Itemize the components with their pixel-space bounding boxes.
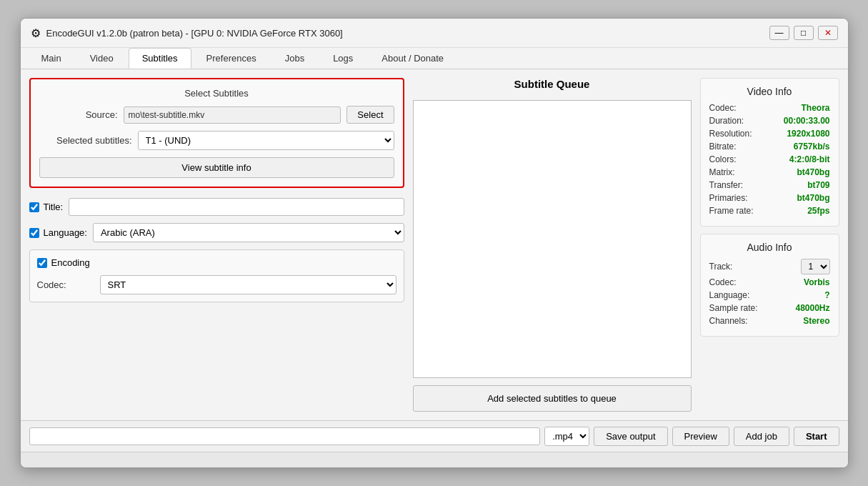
video-matrix-row: Matrix: bt470bg bbox=[709, 167, 830, 177]
source-row: Source: mo\test-subtitle.mkv Select bbox=[39, 106, 394, 124]
audio-channels-key: Channels: bbox=[709, 316, 748, 326]
audio-samplerate-key: Sample rate: bbox=[709, 303, 758, 313]
subtitle-queue-title: Subtitle Queue bbox=[413, 78, 692, 90]
language-checkbox[interactable] bbox=[29, 228, 39, 238]
footer-bar: .mp4 Save output Preview Add job Start bbox=[21, 420, 848, 452]
video-info-title: Video Info bbox=[709, 86, 830, 97]
audio-samplerate-val: 48000Hz bbox=[795, 303, 829, 313]
language-checkbox-label[interactable]: Language: bbox=[29, 227, 87, 238]
tab-logs[interactable]: Logs bbox=[319, 48, 366, 69]
video-bitrate-val: 6757kb/s bbox=[794, 142, 830, 152]
video-info-card: Video Info Codec: Theora Duration: 00:00… bbox=[700, 78, 839, 227]
audio-samplerate-row: Sample rate: 48000Hz bbox=[709, 303, 830, 313]
view-subtitle-info-button[interactable]: View subtitle info bbox=[39, 157, 394, 178]
video-transfer-val: bt709 bbox=[807, 180, 829, 190]
video-colors-key: Colors: bbox=[709, 154, 737, 164]
tab-preferences[interactable]: Preferences bbox=[193, 48, 270, 69]
tab-bar: Main Video Subtitles Preferences Jobs Lo… bbox=[21, 48, 848, 69]
video-codec-row: Codec: Theora bbox=[709, 103, 830, 113]
tab-video[interactable]: Video bbox=[76, 48, 127, 69]
output-path-input[interactable] bbox=[29, 427, 541, 445]
audio-track-row: Track: 1 bbox=[709, 259, 830, 274]
audio-codec-val: Vorbis bbox=[804, 277, 829, 287]
video-bitrate-row: Bitrate: 6757kb/s bbox=[709, 142, 830, 152]
codec-label: Codec: bbox=[37, 279, 94, 290]
subtitle-track-dropdown[interactable]: T1 - (UND) bbox=[138, 131, 394, 150]
video-colors-val: 4:2:0/8-bit bbox=[789, 154, 830, 164]
audio-language-key: Language: bbox=[709, 290, 750, 300]
language-dropdown[interactable]: Arabic (ARA) bbox=[93, 223, 404, 242]
right-panel: Video Info Codec: Theora Duration: 00:00… bbox=[700, 78, 839, 412]
selected-subtitles-label: Selected subtitles: bbox=[39, 135, 132, 146]
encoding-checkbox-label[interactable]: Encoding bbox=[37, 257, 90, 268]
codec-dropdown[interactable]: SRT bbox=[100, 275, 396, 294]
maximize-button[interactable]: □ bbox=[794, 26, 814, 40]
video-resolution-val: 1920x1080 bbox=[787, 129, 829, 139]
audio-track-dropdown[interactable]: 1 bbox=[801, 259, 830, 274]
audio-language-val: ? bbox=[824, 290, 829, 300]
start-button[interactable]: Start bbox=[794, 427, 839, 446]
save-output-button[interactable]: Save output bbox=[594, 427, 667, 446]
audio-channels-row: Channels: Stereo bbox=[709, 316, 830, 326]
minimize-button[interactable]: — bbox=[769, 26, 789, 40]
video-duration-key: Duration: bbox=[709, 116, 744, 126]
audio-codec-key: Codec: bbox=[709, 277, 737, 287]
video-transfer-key: Transfer: bbox=[709, 180, 744, 190]
audio-info-card: Audio Info Track: 1 Codec: Vorbis Langua… bbox=[700, 234, 839, 337]
video-framerate-val: 25fps bbox=[807, 206, 829, 216]
subtitle-select-row: Selected subtitles: T1 - (UND) bbox=[39, 131, 394, 150]
video-duration-row: Duration: 00:00:33.00 bbox=[709, 116, 830, 126]
video-resolution-row: Resolution: 1920x1080 bbox=[709, 129, 830, 139]
select-source-button[interactable]: Select bbox=[346, 106, 394, 124]
source-path: mo\test-subtitle.mkv bbox=[124, 106, 341, 124]
video-codec-val: Theora bbox=[801, 103, 829, 113]
encoding-header: Encoding bbox=[37, 257, 396, 268]
title-bar-left: ⚙ EncodeGUI v1.2.0b (patron beta) - [GPU… bbox=[31, 26, 343, 40]
app-icon: ⚙ bbox=[31, 26, 41, 40]
window-title: EncodeGUI v1.2.0b (patron beta) - [GPU 0… bbox=[46, 28, 343, 39]
close-button[interactable]: ✕ bbox=[818, 26, 838, 40]
status-bar bbox=[21, 452, 848, 467]
video-primaries-row: Primaries: bt470bg bbox=[709, 193, 830, 203]
add-to-queue-button[interactable]: Add selected subtitles to queue bbox=[413, 385, 692, 412]
audio-codec-row: Codec: Vorbis bbox=[709, 277, 830, 287]
audio-info-title: Audio Info bbox=[709, 242, 830, 253]
main-window: ⚙ EncodeGUI v1.2.0b (patron beta) - [GPU… bbox=[20, 18, 849, 468]
video-framerate-row: Frame rate: 25fps bbox=[709, 206, 830, 216]
preview-button[interactable]: Preview bbox=[672, 427, 729, 446]
video-resolution-key: Resolution: bbox=[709, 129, 752, 139]
add-job-button[interactable]: Add job bbox=[734, 427, 789, 446]
video-primaries-key: Primaries: bbox=[709, 193, 748, 203]
left-panel: Select Subtitles Source: mo\test-subtitl… bbox=[29, 78, 404, 412]
video-transfer-row: Transfer: bt709 bbox=[709, 180, 830, 190]
video-framerate-key: Frame rate: bbox=[709, 206, 754, 216]
audio-language-row: Language: ? bbox=[709, 290, 830, 300]
encoding-box: Encoding Codec: SRT bbox=[29, 249, 404, 302]
tab-main[interactable]: Main bbox=[28, 48, 75, 69]
title-label: Title: bbox=[44, 202, 64, 212]
title-checkbox[interactable] bbox=[29, 202, 39, 212]
title-input[interactable] bbox=[69, 198, 404, 216]
content-area: Select Subtitles Source: mo\test-subtitl… bbox=[21, 69, 848, 420]
audio-channels-val: Stereo bbox=[803, 316, 829, 326]
tab-about-donate[interactable]: About / Donate bbox=[368, 48, 457, 69]
video-duration-val: 00:00:33.00 bbox=[784, 116, 830, 126]
source-label: Source: bbox=[39, 109, 118, 120]
format-dropdown[interactable]: .mp4 bbox=[544, 427, 589, 446]
center-panel: Subtitle Queue Add selected subtitles to… bbox=[413, 78, 692, 412]
tab-jobs[interactable]: Jobs bbox=[271, 48, 318, 69]
video-colors-row: Colors: 4:2:0/8-bit bbox=[709, 154, 830, 164]
tab-subtitles[interactable]: Subtitles bbox=[129, 48, 191, 69]
title-controls: — □ ✕ bbox=[769, 26, 838, 40]
language-option-row: Language: Arabic (ARA) bbox=[29, 223, 404, 242]
select-subtitles-title: Select Subtitles bbox=[39, 88, 394, 99]
encoding-checkbox[interactable] bbox=[37, 258, 47, 268]
title-option-row: Title: bbox=[29, 198, 404, 216]
video-bitrate-key: Bitrate: bbox=[709, 142, 737, 152]
video-matrix-val: bt470bg bbox=[797, 167, 829, 177]
title-checkbox-label[interactable]: Title: bbox=[29, 202, 64, 212]
video-matrix-key: Matrix: bbox=[709, 167, 735, 177]
encoding-label: Encoding bbox=[51, 257, 90, 268]
select-subtitles-box: Select Subtitles Source: mo\test-subtitl… bbox=[29, 78, 404, 188]
subtitle-queue-box bbox=[413, 100, 692, 378]
